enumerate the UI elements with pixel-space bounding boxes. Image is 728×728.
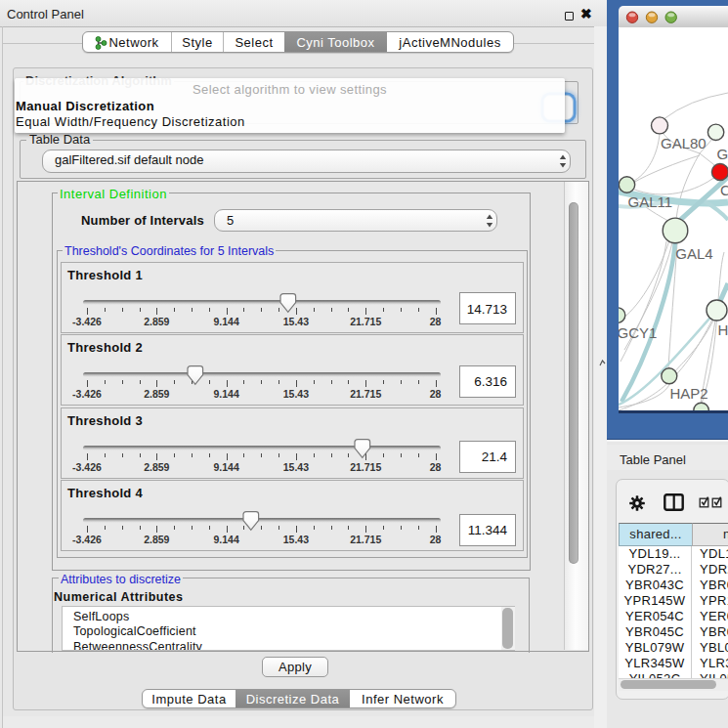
svg-text:GAL11: GAL11 [628,193,673,210]
svg-text:GA: GA [717,146,728,162]
svg-text:CY: CY [720,182,728,198]
svg-text:HAP2: HAP2 [670,385,708,402]
svg-text:GAL4: GAL4 [675,245,712,262]
svg-text:GCY1: GCY1 [619,324,657,341]
svg-text:GAL80: GAL80 [661,135,707,151]
svg-text:H: H [718,321,728,338]
